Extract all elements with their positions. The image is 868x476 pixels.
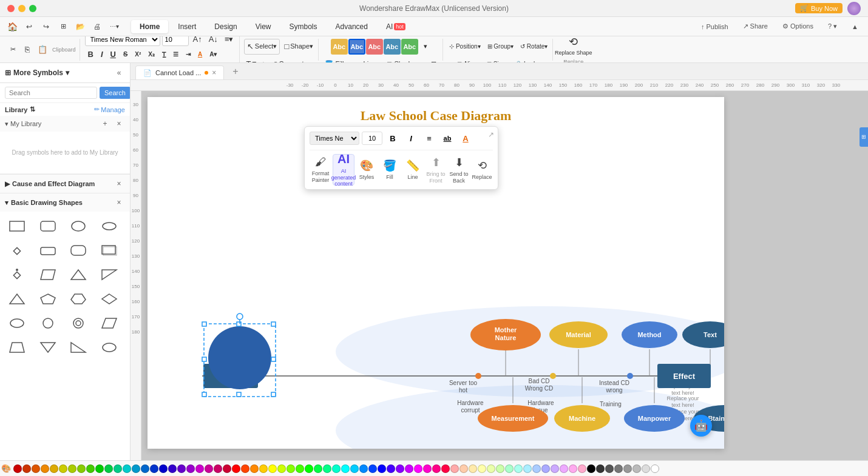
tab-insert[interactable]: Insert bbox=[169, 20, 205, 33]
handle-br[interactable] bbox=[271, 392, 276, 397]
color-green3[interactable] bbox=[95, 464, 104, 473]
color-cyan2[interactable] bbox=[132, 464, 140, 473]
rotate-btn[interactable]: ↺ Rotate▾ bbox=[518, 39, 550, 55]
color-bblue4[interactable] bbox=[378, 464, 386, 473]
color-gray5[interactable] bbox=[632, 464, 641, 473]
font-color-btn[interactable]: A▾ bbox=[206, 50, 220, 58]
color-orange2[interactable] bbox=[41, 464, 49, 473]
color-cyan1[interactable] bbox=[123, 464, 131, 473]
ft-line-btn[interactable]: 📏 Line bbox=[402, 154, 424, 186]
color-violet1[interactable] bbox=[168, 464, 177, 473]
handle-mr[interactable] bbox=[271, 357, 276, 361]
text-format-btn[interactable]: T̲ bbox=[159, 50, 169, 58]
shape-pentagon[interactable] bbox=[36, 288, 60, 310]
color-purple1[interactable] bbox=[186, 464, 195, 473]
color-pastel2[interactable] bbox=[459, 464, 468, 473]
select-button[interactable]: ↖ Select▾ bbox=[244, 39, 280, 55]
basic-shapes-header[interactable]: ▾ Basic Drawing Shapes × bbox=[0, 193, 130, 212]
color-white[interactable] bbox=[651, 464, 659, 473]
color-orange1[interactable] bbox=[32, 464, 40, 473]
ft-bold[interactable]: B bbox=[385, 130, 401, 146]
swatch-1[interactable]: Abc bbox=[331, 39, 348, 55]
tab-ai[interactable]: AIhot bbox=[378, 20, 414, 33]
color-byg[interactable] bbox=[287, 464, 295, 473]
tab-advanced[interactable]: Advanced bbox=[327, 20, 376, 33]
shape-round-rect2[interactable] bbox=[36, 240, 60, 261]
publish-button[interactable]: ↑ Publish bbox=[696, 22, 733, 32]
replace-shape-button[interactable]: ⟲ Replace Shape bbox=[557, 36, 590, 58]
options-button[interactable]: ⚙ Options bbox=[778, 21, 818, 32]
color-yellow1[interactable] bbox=[50, 464, 58, 473]
close-basic-shapes[interactable]: × bbox=[113, 196, 125, 209]
color-blue3[interactable] bbox=[159, 464, 168, 473]
shape-hexagon[interactable] bbox=[66, 288, 90, 310]
color-bred1[interactable] bbox=[232, 464, 240, 473]
handle-tm[interactable] bbox=[237, 322, 241, 326]
color-black[interactable] bbox=[587, 464, 595, 473]
color-pastel15[interactable] bbox=[578, 464, 586, 473]
right-panel-tab[interactable]: ⊞ bbox=[860, 127, 868, 147]
position-btn[interactable]: ⊹ Position▾ bbox=[447, 39, 483, 55]
color-bviolet1[interactable] bbox=[387, 464, 395, 473]
handle-bl[interactable] bbox=[202, 392, 206, 397]
color-teal2[interactable] bbox=[114, 464, 122, 473]
color-pastel12[interactable] bbox=[551, 464, 559, 473]
ft-italic[interactable]: I bbox=[403, 130, 419, 146]
open-icon[interactable]: 📂 bbox=[73, 19, 87, 34]
more-icon[interactable]: ⋯▾ bbox=[107, 19, 121, 34]
color-bcyan2[interactable] bbox=[341, 464, 350, 473]
cut-button[interactable]: ✂ bbox=[6, 42, 19, 58]
help-button[interactable]: ? ▾ bbox=[823, 21, 842, 32]
handle-ml[interactable] bbox=[202, 357, 206, 361]
tab-view[interactable]: View bbox=[247, 20, 280, 33]
color-gray4[interactable] bbox=[623, 464, 632, 473]
bold-button[interactable]: B bbox=[85, 49, 97, 59]
shape-parallelogram[interactable] bbox=[36, 264, 60, 286]
color-pastel4[interactable] bbox=[478, 464, 486, 473]
color-gray6[interactable] bbox=[642, 464, 650, 473]
lock-btn[interactable]: 🔒 Lock▾ bbox=[512, 56, 542, 64]
shape-donut[interactable] bbox=[66, 312, 90, 334]
ft-replace-btn[interactable]: ⟲ Replace bbox=[471, 154, 493, 186]
styles-more[interactable]: ⊞ bbox=[427, 56, 440, 64]
shape-ellipse[interactable] bbox=[97, 215, 121, 237]
ft-bring-front-btn[interactable]: ⬆ Bring to Front bbox=[425, 154, 447, 186]
print-icon[interactable]: 🖨 bbox=[90, 19, 104, 34]
redo-icon[interactable]: ↪ bbox=[39, 19, 53, 34]
swatch-2[interactable]: Abc bbox=[348, 39, 365, 55]
color-red1[interactable] bbox=[13, 464, 22, 473]
close-cause-effect[interactable]: × bbox=[113, 178, 125, 190]
shape-trapezoid[interactable] bbox=[5, 337, 29, 358]
color-pastel13[interactable] bbox=[560, 464, 568, 473]
rotate-handle[interactable] bbox=[237, 313, 243, 320]
font-size-input[interactable] bbox=[162, 36, 189, 46]
color-pastel7[interactable] bbox=[505, 464, 514, 473]
ft-styles-btn[interactable]: 🎨 Styles bbox=[356, 154, 378, 186]
handle-tr[interactable] bbox=[271, 322, 276, 326]
connector-button[interactable]: ↗ Connector▾ bbox=[269, 56, 316, 64]
size-btn[interactable]: ⊡ Size▾ bbox=[484, 56, 510, 64]
color-purple2[interactable] bbox=[195, 464, 204, 473]
shape-rtriangle2[interactable] bbox=[66, 337, 90, 358]
color-yellow2[interactable] bbox=[59, 464, 67, 473]
ft-send-back-btn[interactable]: ⬇ Send to Back bbox=[448, 154, 470, 186]
shape-round-corner[interactable] bbox=[66, 240, 90, 261]
color-red2[interactable] bbox=[22, 464, 31, 473]
handle-bm[interactable] bbox=[237, 392, 241, 397]
handle-tl[interactable] bbox=[202, 322, 206, 326]
line-btn[interactable]: — Line▾ bbox=[352, 56, 382, 64]
shape-diamond-small2[interactable] bbox=[5, 264, 29, 286]
add-library-btn[interactable]: + bbox=[99, 118, 111, 130]
indent-btn[interactable]: ⇥ bbox=[183, 50, 194, 58]
close-button[interactable] bbox=[7, 5, 15, 12]
copy-button[interactable]: ⎘ bbox=[21, 42, 34, 58]
shape-diamond-small[interactable] bbox=[5, 240, 29, 261]
ft-font-color[interactable]: A bbox=[458, 130, 473, 146]
color-gray1[interactable] bbox=[596, 464, 605, 473]
color-bylg[interactable] bbox=[277, 464, 286, 473]
color-gray2[interactable] bbox=[605, 464, 614, 473]
color-bpink2[interactable] bbox=[432, 464, 441, 473]
tab-symbols[interactable]: Symbols bbox=[281, 20, 326, 33]
manage-link[interactable]: ✏ Manage bbox=[94, 106, 125, 113]
color-pastel11[interactable] bbox=[541, 464, 550, 473]
